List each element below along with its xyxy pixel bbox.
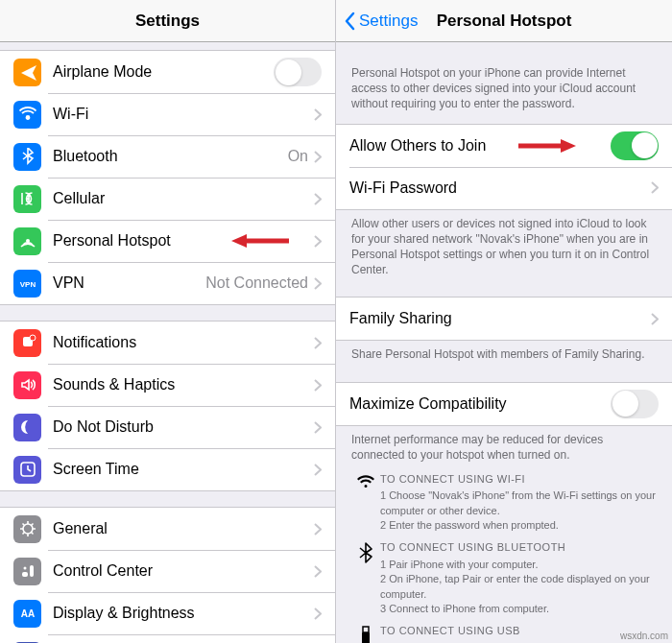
dnd-label: Do Not Disturb	[53, 418, 314, 436]
general-label: General	[53, 520, 314, 537]
cellular-label: Cellular	[53, 190, 314, 207]
maximize-compat-row[interactable]: Maximize Compatibility	[336, 383, 672, 425]
bluetooth-icon	[13, 143, 41, 171]
back-label: Settings	[359, 12, 418, 31]
controlcenter-icon	[13, 558, 41, 585]
chevron-right-icon	[314, 193, 322, 205]
family-sharing-label: Family Sharing	[349, 310, 651, 327]
chevron-left-icon	[344, 12, 355, 31]
svg-point-7	[30, 335, 36, 341]
chevron-right-icon	[314, 421, 322, 434]
wifi-password-row[interactable]: Wi-Fi Password	[336, 167, 672, 209]
back-button[interactable]: Settings	[344, 12, 418, 31]
chevron-right-icon	[314, 277, 322, 290]
instruction-wifi: TO CONNECT USING WI-FI 1 Choose "Novak's…	[336, 466, 672, 536]
compat-note: Internet performance may be reduced for …	[336, 426, 672, 466]
usb-icon	[351, 624, 380, 643]
svg-rect-26	[362, 632, 370, 643]
maximize-compat-label: Maximize Compatibility	[349, 395, 611, 413]
wifi-icon	[351, 472, 380, 534]
sounds-icon	[13, 371, 41, 399]
instruction-bluetooth: TO CONNECT USING BLUETOOTH 1 Pair iPhone…	[336, 535, 672, 618]
bluetooth-row[interactable]: BluetoothOn	[0, 135, 335, 178]
chevron-right-icon	[314, 379, 322, 392]
maximize-compat-switch[interactable]	[611, 390, 659, 418]
settings-panel: Settings Airplane ModeWi-FiBluetoothOnCe…	[0, 0, 336, 643]
chevron-right-icon	[314, 464, 322, 476]
svg-rect-12	[30, 565, 34, 577]
chevron-right-icon	[314, 337, 322, 349]
controlcenter-label: Control Center	[53, 562, 314, 580]
display-row[interactable]: AADisplay & Brightness	[0, 592, 335, 634]
hotspot-icon	[13, 227, 41, 255]
cellular-icon	[13, 185, 41, 213]
family-sharing-row[interactable]: Family Sharing	[336, 298, 672, 340]
wifi-password-label: Wi-Fi Password	[349, 179, 651, 197]
notifications-icon	[13, 329, 41, 357]
allow-note: Allow other users or devices not signed …	[336, 210, 672, 282]
svg-point-1	[26, 198, 29, 201]
chevron-right-icon	[314, 108, 322, 121]
airplane-switch[interactable]	[274, 58, 322, 86]
general-row[interactable]: General	[0, 508, 335, 550]
sounds-label: Sounds & Haptics	[53, 376, 314, 393]
controlcenter-row[interactable]: Control Center	[0, 550, 335, 592]
family-note: Share Personal Hotspot with members of F…	[336, 341, 672, 366]
homescreen-row[interactable]: Home Screen	[0, 634, 335, 643]
airplane-label: Airplane Mode	[53, 63, 274, 81]
hotspot-label: Personal Hotspot	[53, 232, 314, 250]
svg-point-0	[26, 116, 29, 119]
chevron-right-icon	[651, 181, 659, 194]
settings-title: Settings	[135, 12, 200, 31]
wifi-icon	[13, 101, 41, 129]
vpn-label: VPN	[53, 274, 205, 292]
vpn-row[interactable]: VPNVPNNot Connected	[0, 262, 335, 304]
intro-text: Personal Hotspot on your iPhone can prov…	[336, 60, 672, 116]
hotspot-content[interactable]: Personal Hotspot on your iPhone can prov…	[336, 42, 672, 643]
allow-others-switch[interactable]	[611, 131, 659, 160]
screentime-label: Screen Time	[53, 461, 314, 478]
chevron-right-icon	[314, 565, 322, 578]
display-icon: AA	[13, 600, 41, 628]
vpn-detail: Not Connected	[205, 274, 308, 292]
sounds-row[interactable]: Sounds & Haptics	[0, 364, 335, 406]
chevron-right-icon	[314, 523, 322, 536]
wifi-label: Wi-Fi	[53, 106, 314, 123]
chevron-right-icon	[651, 313, 659, 325]
settings-list[interactable]: Airplane ModeWi-FiBluetoothOnCellularPer…	[0, 42, 335, 643]
svg-rect-25	[363, 627, 369, 632]
allow-others-label: Allow Others to Join	[349, 137, 611, 155]
screentime-icon	[13, 456, 41, 484]
settings-header: Settings	[0, 0, 335, 42]
hotspot-title: Personal Hotspot	[437, 12, 572, 31]
svg-point-10	[23, 567, 26, 570]
airplane-row[interactable]: Airplane Mode	[0, 51, 335, 93]
airplane-icon	[13, 59, 41, 86]
notifications-row[interactable]: Notifications	[0, 322, 335, 364]
general-icon	[13, 515, 41, 543]
svg-text:AA: AA	[20, 608, 34, 619]
svg-text:VPN: VPN	[19, 280, 36, 289]
dnd-row[interactable]: Do Not Disturb	[0, 406, 335, 448]
notifications-label: Notifications	[53, 334, 314, 351]
svg-rect-11	[22, 572, 28, 577]
bluetooth-detail: On	[288, 148, 308, 165]
wifi-row[interactable]: Wi-Fi	[0, 93, 335, 135]
cellular-row[interactable]: Cellular	[0, 178, 335, 220]
hotspot-panel: Settings Personal Hotspot Personal Hotsp…	[336, 0, 672, 643]
hotspot-header: Settings Personal Hotspot	[336, 0, 672, 42]
bluetooth-label: Bluetooth	[53, 148, 288, 165]
bluetooth-icon	[351, 540, 380, 616]
screentime-row[interactable]: Screen Time	[0, 448, 335, 490]
display-label: Display & Brightness	[53, 605, 314, 622]
chevron-right-icon	[314, 607, 322, 620]
chevron-right-icon	[314, 235, 322, 248]
watermark: wsxdn.com	[620, 631, 668, 641]
dnd-icon	[13, 414, 41, 441]
allow-others-row[interactable]: Allow Others to Join	[336, 125, 672, 167]
vpn-icon: VPN	[13, 270, 41, 298]
hotspot-row[interactable]: Personal Hotspot	[0, 220, 335, 262]
chevron-right-icon	[314, 151, 322, 163]
